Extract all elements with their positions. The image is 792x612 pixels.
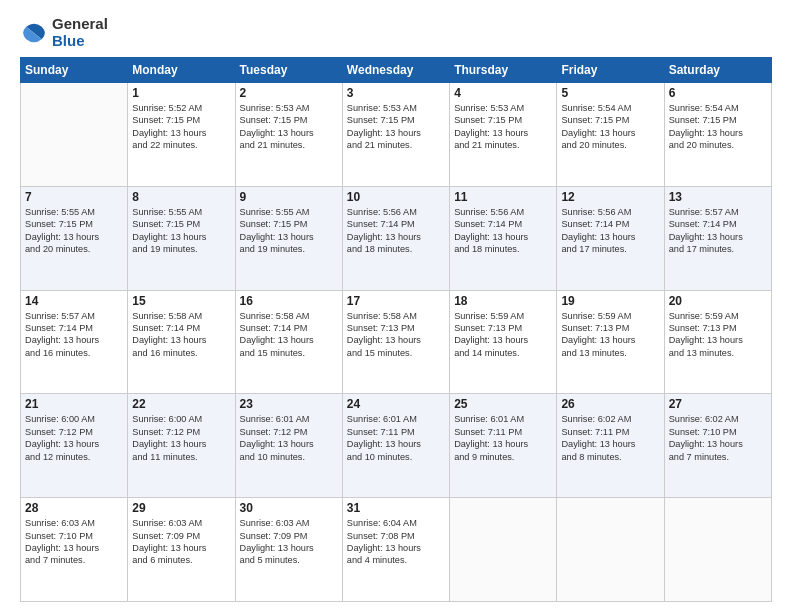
calendar-body: 1Sunrise: 5:52 AMSunset: 7:15 PMDaylight… bbox=[21, 83, 772, 602]
cell-info: Sunrise: 5:58 AMSunset: 7:13 PMDaylight:… bbox=[347, 310, 445, 360]
calendar-header: SundayMondayTuesdayWednesdayThursdayFrid… bbox=[21, 58, 772, 83]
day-number: 23 bbox=[240, 397, 338, 411]
weekday-header: Wednesday bbox=[342, 58, 449, 83]
calendar-cell: 18Sunrise: 5:59 AMSunset: 7:13 PMDayligh… bbox=[450, 290, 557, 394]
day-number: 14 bbox=[25, 294, 123, 308]
calendar-cell: 30Sunrise: 6:03 AMSunset: 7:09 PMDayligh… bbox=[235, 498, 342, 602]
calendar-cell: 11Sunrise: 5:56 AMSunset: 7:14 PMDayligh… bbox=[450, 186, 557, 290]
cell-info: Sunrise: 5:55 AMSunset: 7:15 PMDaylight:… bbox=[240, 206, 338, 256]
day-number: 31 bbox=[347, 501, 445, 515]
calendar-cell: 3Sunrise: 5:53 AMSunset: 7:15 PMDaylight… bbox=[342, 83, 449, 187]
weekday-row: SundayMondayTuesdayWednesdayThursdayFrid… bbox=[21, 58, 772, 83]
cell-info: Sunrise: 5:55 AMSunset: 7:15 PMDaylight:… bbox=[25, 206, 123, 256]
cell-info: Sunrise: 6:02 AMSunset: 7:10 PMDaylight:… bbox=[669, 413, 767, 463]
day-number: 11 bbox=[454, 190, 552, 204]
cell-info: Sunrise: 5:57 AMSunset: 7:14 PMDaylight:… bbox=[669, 206, 767, 256]
cell-info: Sunrise: 5:56 AMSunset: 7:14 PMDaylight:… bbox=[561, 206, 659, 256]
cell-info: Sunrise: 5:57 AMSunset: 7:14 PMDaylight:… bbox=[25, 310, 123, 360]
cell-info: Sunrise: 5:55 AMSunset: 7:15 PMDaylight:… bbox=[132, 206, 230, 256]
day-number: 30 bbox=[240, 501, 338, 515]
calendar-cell: 7Sunrise: 5:55 AMSunset: 7:15 PMDaylight… bbox=[21, 186, 128, 290]
day-number: 18 bbox=[454, 294, 552, 308]
cell-info: Sunrise: 6:03 AMSunset: 7:09 PMDaylight:… bbox=[132, 517, 230, 567]
day-number: 24 bbox=[347, 397, 445, 411]
calendar-cell: 31Sunrise: 6:04 AMSunset: 7:08 PMDayligh… bbox=[342, 498, 449, 602]
cell-info: Sunrise: 5:53 AMSunset: 7:15 PMDaylight:… bbox=[347, 102, 445, 152]
logo: General Blue bbox=[20, 16, 108, 49]
calendar-cell: 23Sunrise: 6:01 AMSunset: 7:12 PMDayligh… bbox=[235, 394, 342, 498]
day-number: 29 bbox=[132, 501, 230, 515]
cell-info: Sunrise: 5:59 AMSunset: 7:13 PMDaylight:… bbox=[669, 310, 767, 360]
cell-info: Sunrise: 6:01 AMSunset: 7:12 PMDaylight:… bbox=[240, 413, 338, 463]
calendar-cell: 17Sunrise: 5:58 AMSunset: 7:13 PMDayligh… bbox=[342, 290, 449, 394]
cell-info: Sunrise: 5:52 AMSunset: 7:15 PMDaylight:… bbox=[132, 102, 230, 152]
calendar-cell bbox=[450, 498, 557, 602]
calendar-week-row: 28Sunrise: 6:03 AMSunset: 7:10 PMDayligh… bbox=[21, 498, 772, 602]
logo-blue: Blue bbox=[52, 32, 85, 49]
calendar-cell: 8Sunrise: 5:55 AMSunset: 7:15 PMDaylight… bbox=[128, 186, 235, 290]
weekday-header: Sunday bbox=[21, 58, 128, 83]
cell-info: Sunrise: 6:00 AMSunset: 7:12 PMDaylight:… bbox=[25, 413, 123, 463]
calendar-cell: 26Sunrise: 6:02 AMSunset: 7:11 PMDayligh… bbox=[557, 394, 664, 498]
day-number: 2 bbox=[240, 86, 338, 100]
cell-info: Sunrise: 5:58 AMSunset: 7:14 PMDaylight:… bbox=[132, 310, 230, 360]
cell-info: Sunrise: 6:03 AMSunset: 7:09 PMDaylight:… bbox=[240, 517, 338, 567]
day-number: 4 bbox=[454, 86, 552, 100]
calendar-cell: 9Sunrise: 5:55 AMSunset: 7:15 PMDaylight… bbox=[235, 186, 342, 290]
day-number: 17 bbox=[347, 294, 445, 308]
logo-icon bbox=[20, 19, 48, 47]
day-number: 8 bbox=[132, 190, 230, 204]
cell-info: Sunrise: 6:01 AMSunset: 7:11 PMDaylight:… bbox=[347, 413, 445, 463]
day-number: 21 bbox=[25, 397, 123, 411]
logo-general: General bbox=[52, 15, 108, 32]
day-number: 13 bbox=[669, 190, 767, 204]
calendar-cell: 28Sunrise: 6:03 AMSunset: 7:10 PMDayligh… bbox=[21, 498, 128, 602]
calendar-cell: 25Sunrise: 6:01 AMSunset: 7:11 PMDayligh… bbox=[450, 394, 557, 498]
day-number: 27 bbox=[669, 397, 767, 411]
cell-info: Sunrise: 5:59 AMSunset: 7:13 PMDaylight:… bbox=[454, 310, 552, 360]
day-number: 12 bbox=[561, 190, 659, 204]
calendar-cell: 12Sunrise: 5:56 AMSunset: 7:14 PMDayligh… bbox=[557, 186, 664, 290]
calendar-cell: 13Sunrise: 5:57 AMSunset: 7:14 PMDayligh… bbox=[664, 186, 771, 290]
cell-info: Sunrise: 5:53 AMSunset: 7:15 PMDaylight:… bbox=[240, 102, 338, 152]
day-number: 5 bbox=[561, 86, 659, 100]
day-number: 16 bbox=[240, 294, 338, 308]
calendar-cell: 16Sunrise: 5:58 AMSunset: 7:14 PMDayligh… bbox=[235, 290, 342, 394]
cell-info: Sunrise: 6:01 AMSunset: 7:11 PMDaylight:… bbox=[454, 413, 552, 463]
calendar-cell bbox=[21, 83, 128, 187]
calendar-cell: 24Sunrise: 6:01 AMSunset: 7:11 PMDayligh… bbox=[342, 394, 449, 498]
day-number: 26 bbox=[561, 397, 659, 411]
calendar-cell: 14Sunrise: 5:57 AMSunset: 7:14 PMDayligh… bbox=[21, 290, 128, 394]
day-number: 9 bbox=[240, 190, 338, 204]
logo-text: General Blue bbox=[52, 16, 108, 49]
calendar-cell: 15Sunrise: 5:58 AMSunset: 7:14 PMDayligh… bbox=[128, 290, 235, 394]
day-number: 15 bbox=[132, 294, 230, 308]
calendar-cell: 10Sunrise: 5:56 AMSunset: 7:14 PMDayligh… bbox=[342, 186, 449, 290]
day-number: 6 bbox=[669, 86, 767, 100]
weekday-header: Tuesday bbox=[235, 58, 342, 83]
cell-info: Sunrise: 5:56 AMSunset: 7:14 PMDaylight:… bbox=[347, 206, 445, 256]
calendar-cell: 22Sunrise: 6:00 AMSunset: 7:12 PMDayligh… bbox=[128, 394, 235, 498]
page: General Blue SundayMondayTuesdayWednesda… bbox=[0, 0, 792, 612]
calendar-cell: 6Sunrise: 5:54 AMSunset: 7:15 PMDaylight… bbox=[664, 83, 771, 187]
cell-info: Sunrise: 5:58 AMSunset: 7:14 PMDaylight:… bbox=[240, 310, 338, 360]
calendar-cell: 2Sunrise: 5:53 AMSunset: 7:15 PMDaylight… bbox=[235, 83, 342, 187]
calendar-week-row: 1Sunrise: 5:52 AMSunset: 7:15 PMDaylight… bbox=[21, 83, 772, 187]
calendar-table: SundayMondayTuesdayWednesdayThursdayFrid… bbox=[20, 57, 772, 602]
calendar-cell bbox=[557, 498, 664, 602]
weekday-header: Thursday bbox=[450, 58, 557, 83]
calendar-cell: 5Sunrise: 5:54 AMSunset: 7:15 PMDaylight… bbox=[557, 83, 664, 187]
cell-info: Sunrise: 6:02 AMSunset: 7:11 PMDaylight:… bbox=[561, 413, 659, 463]
calendar-cell: 21Sunrise: 6:00 AMSunset: 7:12 PMDayligh… bbox=[21, 394, 128, 498]
day-number: 25 bbox=[454, 397, 552, 411]
cell-info: Sunrise: 6:00 AMSunset: 7:12 PMDaylight:… bbox=[132, 413, 230, 463]
calendar-cell: 19Sunrise: 5:59 AMSunset: 7:13 PMDayligh… bbox=[557, 290, 664, 394]
cell-info: Sunrise: 5:54 AMSunset: 7:15 PMDaylight:… bbox=[669, 102, 767, 152]
calendar-cell: 29Sunrise: 6:03 AMSunset: 7:09 PMDayligh… bbox=[128, 498, 235, 602]
day-number: 10 bbox=[347, 190, 445, 204]
day-number: 28 bbox=[25, 501, 123, 515]
calendar-cell: 4Sunrise: 5:53 AMSunset: 7:15 PMDaylight… bbox=[450, 83, 557, 187]
calendar-week-row: 21Sunrise: 6:00 AMSunset: 7:12 PMDayligh… bbox=[21, 394, 772, 498]
day-number: 7 bbox=[25, 190, 123, 204]
calendar-week-row: 14Sunrise: 5:57 AMSunset: 7:14 PMDayligh… bbox=[21, 290, 772, 394]
